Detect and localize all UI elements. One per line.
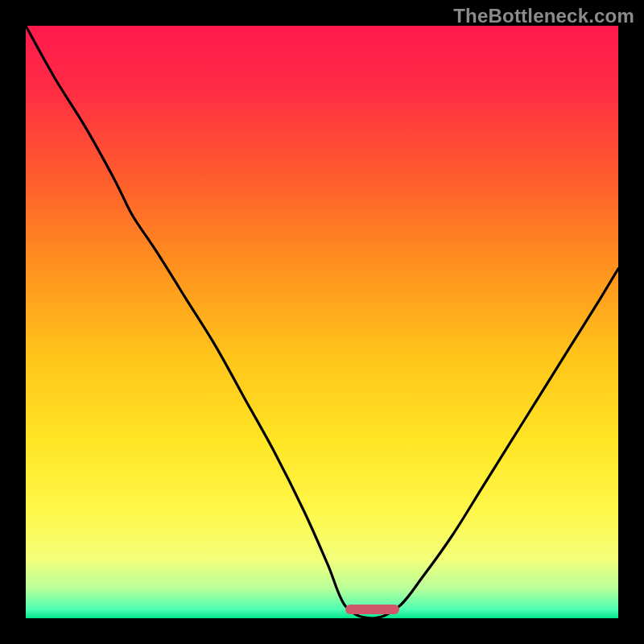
plot-area <box>26 26 618 618</box>
optimal-marker <box>345 605 398 614</box>
watermark-text: TheBottleneck.com <box>453 5 634 27</box>
chart-frame: TheBottleneck.com <box>0 0 644 644</box>
bottleneck-curve <box>26 26 618 618</box>
